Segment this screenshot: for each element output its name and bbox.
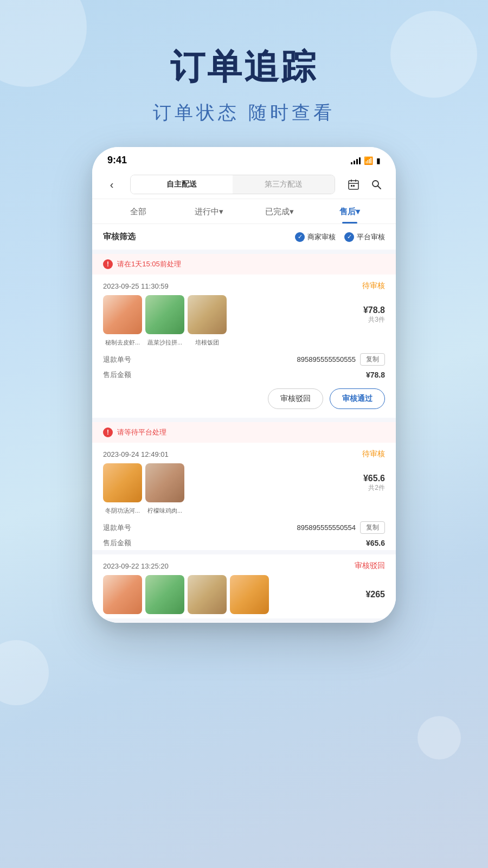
approve-button-1[interactable]: 审核通过 xyxy=(330,388,385,409)
phone-container: 9:41 📶 ▮ ‹ 自主配送 第三方配送 xyxy=(0,147,488,623)
copy-button-1[interactable]: 复制 xyxy=(360,353,385,366)
signal-icon xyxy=(351,157,361,164)
item-images-2 xyxy=(103,463,359,502)
price-amount-3: ¥265 xyxy=(365,590,385,599)
food-name-2-2: 柠檬味鸡肉... xyxy=(145,507,184,515)
after-sale-amount-2: ¥65.6 xyxy=(366,539,385,547)
self-delivery-tab[interactable]: 自主配送 xyxy=(131,175,233,194)
filter-tab-inprogress[interactable]: 进行中▾ xyxy=(174,199,244,224)
review-filter: 审核筛选 ✓ 商家审核 ✓ 平台审核 xyxy=(92,224,396,250)
order-status-3: 审核驳回 xyxy=(355,561,385,571)
svg-rect-5 xyxy=(353,185,355,187)
main-title: 订单追踪 xyxy=(0,43,488,91)
svg-line-7 xyxy=(378,186,381,189)
food-img-2-2 xyxy=(145,463,184,502)
item-images-3 xyxy=(103,575,361,614)
review-filter-label: 审核筛选 xyxy=(103,232,136,242)
refund-no-value-1: 895895555550555 复制 xyxy=(297,353,385,366)
merchant-review-label: 商家审核 xyxy=(307,232,336,242)
reject-button-1[interactable]: 审核驳回 xyxy=(268,388,323,409)
refund-no-label-1: 退款单号 xyxy=(103,355,131,365)
order-status-1: 待审核 xyxy=(362,281,385,291)
order-status-2: 待审核 xyxy=(362,449,385,459)
order-card-3: 2023-09-22 13:25:20 审核驳回 xyxy=(92,554,396,618)
after-sale-amount-1: ¥78.8 xyxy=(366,371,385,379)
alert-banner-2: ! 请等待平台处理 xyxy=(92,422,396,443)
food-names-row-1: 秘制去皮虾... 蔬菜沙拉拼... 培根饭团 xyxy=(92,339,396,351)
price-count-1: 共3件 xyxy=(363,315,385,324)
bg-circle-4 xyxy=(418,716,461,760)
sub-title: 订单状态 随时查看 xyxy=(0,100,488,125)
refund-no-row-1: 退款单号 895895555550555 复制 xyxy=(92,351,396,368)
phone-mockup: 9:41 📶 ▮ ‹ 自主配送 第三方配送 xyxy=(92,147,396,623)
filter-tab-aftersale[interactable]: 售后▾ xyxy=(314,199,385,224)
after-sale-label-2: 售后金额 xyxy=(103,538,131,548)
food-img-1-1 xyxy=(103,295,142,334)
food-name-2-1: 冬阴功汤河... xyxy=(103,507,142,515)
food-item-2-2 xyxy=(145,463,184,502)
food-img-1-3 xyxy=(188,295,227,334)
after-sale-row-2: 售后金额 ¥65.6 xyxy=(92,536,396,550)
order-header-1: 2023-09-25 11:30:59 待审核 xyxy=(92,275,396,295)
food-item-3-1 xyxy=(103,575,142,614)
platform-review-checkbox[interactable]: ✓ 平台审核 xyxy=(344,232,385,242)
food-name-1-2: 蔬菜沙拉拼... xyxy=(145,339,184,347)
content-area: 审核筛选 ✓ 商家审核 ✓ 平台审核 ! 请在1天15:05前处理 2023-0… xyxy=(92,224,396,623)
filter-tab-all[interactable]: 全部 xyxy=(103,199,174,224)
refund-no-row-2: 退款单号 895895555550554 复制 xyxy=(92,519,396,536)
price-amount-1: ¥78.8 xyxy=(363,305,385,315)
platform-review-label: 平台审核 xyxy=(357,232,385,242)
order-datetime-2: 2023-09-24 12:49:01 xyxy=(103,450,169,458)
order-price-info-2: ¥65.6 共2件 xyxy=(363,474,385,493)
header-area: 订单追踪 订单状态 随时查看 xyxy=(0,0,488,147)
price-amount-2: ¥65.6 xyxy=(363,474,385,483)
refund-no-label-2: 退款单号 xyxy=(103,523,131,533)
price-count-2: 共2件 xyxy=(363,483,385,493)
order-card-1: ! 请在1天15:05前处理 2023-09-25 11:30:59 待审核 xyxy=(92,254,396,418)
after-sale-label-1: 售后金额 xyxy=(103,370,131,380)
order-datetime-1: 2023-09-25 11:30:59 xyxy=(103,282,169,290)
order-datetime-3: 2023-09-22 13:25:20 xyxy=(103,562,169,570)
status-bar: 9:41 📶 ▮ xyxy=(92,147,396,170)
food-name-1-1: 秘制去皮虾... xyxy=(103,339,142,347)
food-img-1-2 xyxy=(145,295,184,334)
order-items-2: ¥65.6 共2件 xyxy=(92,463,396,507)
alert-icon-1: ! xyxy=(103,259,113,269)
food-item-3-4 xyxy=(230,575,269,614)
filter-tabs: 全部 进行中▾ 已完成▾ 售后▾ xyxy=(92,199,396,224)
order-items-1: ¥78.8 共3件 xyxy=(92,295,396,339)
food-img-2-1 xyxy=(103,463,142,502)
order-header-3: 2023-09-22 13:25:20 审核驳回 xyxy=(92,554,396,575)
nav-bar: ‹ 自主配送 第三方配送 xyxy=(92,170,396,199)
status-time: 9:41 xyxy=(107,155,127,166)
search-button[interactable] xyxy=(368,176,385,193)
food-item-1-1 xyxy=(103,295,142,334)
food-img-3-4 xyxy=(230,575,269,614)
food-item-2-1 xyxy=(103,463,142,502)
merchant-review-checkbox[interactable]: ✓ 商家审核 xyxy=(295,232,336,242)
after-sale-row-1: 售后金额 ¥78.8 xyxy=(92,368,396,382)
status-icons: 📶 ▮ xyxy=(351,156,381,165)
third-party-delivery-tab[interactable]: 第三方配送 xyxy=(233,175,335,194)
order-card-2: ! 请等待平台处理 2023-09-24 12:49:01 待审核 xyxy=(92,422,396,550)
food-name-1-3: 培根饭团 xyxy=(188,339,227,347)
copy-button-2[interactable]: 复制 xyxy=(360,521,385,534)
food-img-3-1 xyxy=(103,575,142,614)
food-item-1-2 xyxy=(145,295,184,334)
food-item-1-3 xyxy=(188,295,227,334)
bg-circle-3 xyxy=(0,640,49,705)
alert-banner-1: ! 请在1天15:05前处理 xyxy=(92,254,396,275)
item-images-1 xyxy=(103,295,359,334)
back-button[interactable]: ‹ xyxy=(103,176,120,193)
food-item-3-2 xyxy=(145,575,184,614)
food-img-3-2 xyxy=(145,575,184,614)
calendar-button[interactable] xyxy=(345,176,362,193)
battery-icon: ▮ xyxy=(376,156,381,165)
food-names-row-2: 冬阴功汤河... 柠檬味鸡肉... xyxy=(92,507,396,519)
filter-tab-completed[interactable]: 已完成▾ xyxy=(244,199,314,224)
order-price-info-3: ¥265 xyxy=(365,590,385,599)
food-item-3-3 xyxy=(188,575,227,614)
platform-check-icon: ✓ xyxy=(344,232,354,242)
alert-icon-2: ! xyxy=(103,427,113,437)
order-price-info-1: ¥78.8 共3件 xyxy=(363,305,385,324)
